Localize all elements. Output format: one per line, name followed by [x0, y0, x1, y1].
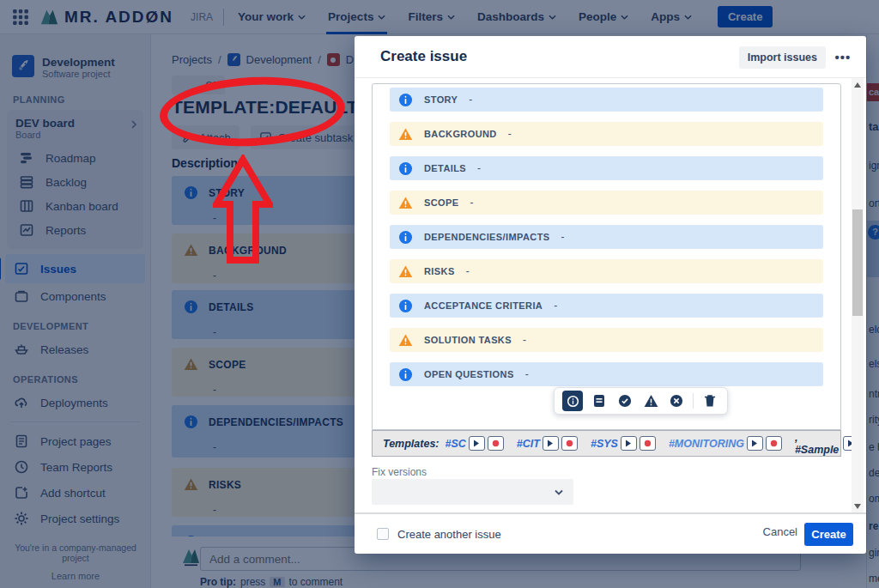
editor-row-risks[interactable]: RISKS -	[390, 259, 823, 283]
editor-row-background[interactable]: BACKGROUND -	[390, 122, 823, 146]
scrollbar-thumb[interactable]	[852, 209, 863, 316]
warning-icon	[398, 196, 413, 210]
trash-button[interactable]	[700, 391, 719, 410]
row-label: ACCEPTANCE CRITERIA	[424, 300, 543, 311]
row-value: -	[525, 368, 529, 380]
info-block-button[interactable]	[562, 391, 583, 411]
create-button[interactable]: Create	[804, 523, 853, 546]
modal-body: STORY - BACKGROUND - DETAILS - SCOPE -	[355, 77, 866, 512]
template-link-sys[interactable]: #SYS	[591, 438, 618, 450]
info-icon	[398, 230, 413, 245]
editor-row-open-questions[interactable]: OPEN QUESTIONS -	[390, 362, 823, 386]
editor-row-scope[interactable]: SCOPE -	[390, 191, 823, 215]
template-record-button[interactable]	[640, 436, 656, 451]
note-block-button[interactable]	[590, 391, 609, 410]
template-link-cit[interactable]: #CIT	[517, 438, 540, 450]
import-issues-button[interactable]: Import issues	[739, 46, 826, 69]
row-value: -	[561, 231, 565, 243]
row-value: -	[508, 128, 512, 140]
row-value: -	[554, 300, 557, 312]
chevron-down-icon	[555, 489, 563, 495]
description-editor[interactable]: STORY - BACKGROUND - DETAILS - SCOPE -	[372, 83, 841, 430]
warning-triangle-button[interactable]	[641, 391, 660, 410]
row-label: DEPENDENCIES/IMPACTS	[424, 232, 550, 242]
row-value: -	[470, 197, 474, 209]
row-label: STORY	[424, 94, 458, 105]
editor-row-dependencies[interactable]: DEPENDENCIES/IMPACTS -	[390, 225, 823, 249]
more-actions-icon[interactable]: •••	[832, 48, 854, 67]
row-label: SOLUTION TASKS	[424, 335, 512, 345]
templates-label: Templates:	[383, 438, 440, 450]
check-circle-button[interactable]	[615, 391, 634, 410]
template-link-sc[interactable]: #SC	[446, 438, 466, 450]
warning-icon	[398, 264, 413, 279]
info-icon	[398, 93, 413, 107]
editor-row-story[interactable]: STORY -	[390, 88, 823, 112]
row-label: DETAILS	[424, 163, 466, 173]
create-another-checkbox[interactable]	[377, 528, 389, 540]
template-record-button[interactable]	[561, 436, 578, 451]
template-play-button[interactable]	[747, 436, 763, 451]
template-play-button[interactable]	[621, 436, 637, 451]
create-issue-modal: Create issue Import issues ••• STORY - B…	[355, 36, 866, 554]
template-link-sample[interactable]: , #Sample	[795, 432, 840, 456]
editor-row-details[interactable]: DETAILS -	[390, 156, 823, 180]
cancel-button[interactable]: Cancel	[763, 525, 797, 538]
row-value: -	[469, 94, 472, 106]
warning-icon	[398, 127, 413, 142]
editor-row-acceptance-criteria[interactable]: ACCEPTANCE CRITERIA -	[390, 294, 823, 318]
template-play-button[interactable]	[469, 436, 485, 451]
row-label: SCOPE	[424, 197, 459, 208]
row-label: RISKS	[424, 266, 455, 276]
toolbar-divider	[693, 393, 694, 409]
fix-versions-select[interactable]	[372, 479, 573, 505]
template-record-button[interactable]	[766, 436, 782, 451]
row-value: -	[466, 265, 470, 277]
editor-row-solution-tasks[interactable]: SOLUTION TASKS -	[390, 328, 823, 352]
row-label: BACKGROUND	[424, 129, 497, 139]
create-another-label: Create another issue	[397, 528, 501, 541]
row-value: -	[523, 334, 526, 346]
row-label: OPEN QUESTIONS	[424, 369, 514, 379]
row-value: -	[477, 162, 481, 174]
scroll-up-icon[interactable]	[854, 82, 861, 88]
templates-bar: Templates: #SC #CIT #SYS #MONIT	[372, 430, 841, 457]
modal-footer: Create another issue Cancel Create	[355, 512, 866, 553]
template-link-monitoring[interactable]: #MONITORING	[669, 438, 744, 450]
modal-header: Create issue Import issues •••	[355, 36, 866, 77]
info-icon	[398, 367, 413, 382]
info-icon	[398, 299, 413, 313]
x-circle-button[interactable]	[667, 391, 686, 410]
warning-icon	[398, 333, 413, 348]
jira-application: MR. ADDØN JIRA Your work Projects Filter…	[0, 0, 879, 588]
info-icon	[398, 161, 413, 176]
template-record-button[interactable]	[488, 436, 504, 451]
template-play-button[interactable]	[543, 436, 559, 451]
fix-versions-label: Fix versions	[372, 466, 427, 478]
modal-title: Create issue	[380, 48, 467, 65]
editor-toolbar	[554, 387, 728, 415]
modal-scrollbar[interactable]	[852, 78, 864, 513]
scroll-down-icon[interactable]	[854, 504, 861, 509]
